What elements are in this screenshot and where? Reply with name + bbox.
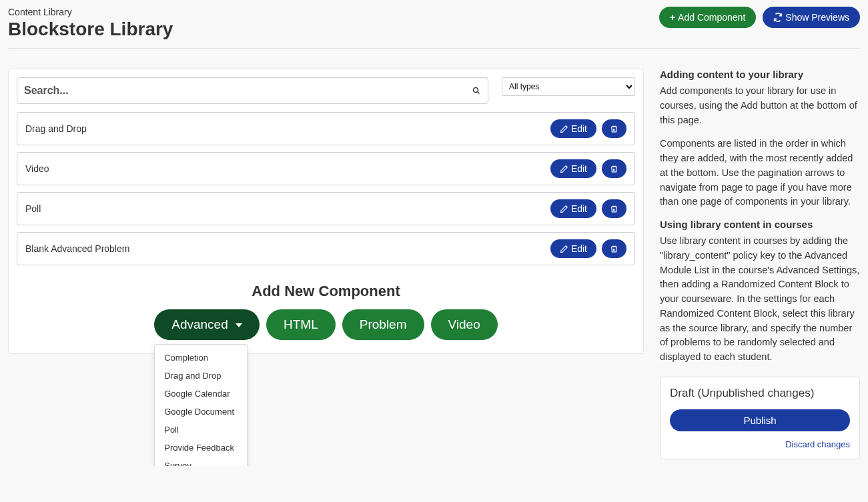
advanced-menu-item[interactable]: Survey (155, 457, 247, 466)
component-title: Video (25, 163, 49, 174)
add-component-button[interactable]: + Add Component (659, 7, 756, 28)
edit-icon (560, 205, 568, 213)
delete-button[interactable] (602, 119, 626, 138)
edit-label: Edit (571, 243, 587, 254)
help-para-2: Components are listed in the order in wh… (660, 137, 860, 209)
edit-label: Edit (571, 203, 587, 214)
trash-icon (610, 165, 618, 173)
header-eyebrow: Content Library (8, 7, 173, 17)
edit-button[interactable]: Edit (550, 239, 596, 258)
advanced-menu-item[interactable]: Google Document (155, 403, 247, 421)
delete-button[interactable] (602, 159, 626, 178)
component-row: Video Edit (17, 152, 635, 185)
edit-button[interactable]: Edit (550, 159, 596, 178)
edit-label: Edit (571, 163, 587, 174)
add-component-label: Add Component (678, 12, 745, 23)
delete-button[interactable] (602, 239, 626, 258)
help-heading-2: Using library content in courses (660, 219, 860, 230)
show-previews-label: Show Previews (785, 12, 849, 23)
trash-icon (610, 245, 618, 253)
refresh-icon (773, 13, 783, 22)
caret-down-icon (236, 323, 242, 327)
draft-panel: Draft (Unpublished changes) Publish Disc… (660, 377, 860, 459)
page-header: Content Library Blockstore Library + Add… (8, 7, 860, 49)
plus-icon: + (670, 12, 675, 23)
edit-label: Edit (571, 123, 587, 134)
type-filter-select[interactable]: All types (502, 77, 635, 96)
discard-changes-link[interactable]: Discard changes (670, 439, 850, 449)
advanced-menu-item[interactable]: Poll (155, 421, 247, 439)
help-para-1: Add components to your library for use i… (660, 84, 860, 127)
edit-icon (560, 165, 568, 173)
component-title: Poll (25, 203, 41, 214)
library-card: All types Drag and Drop Edit Video (8, 69, 644, 354)
edit-button[interactable]: Edit (550, 119, 596, 138)
component-row: Poll Edit (17, 192, 635, 225)
search-input[interactable] (17, 77, 488, 104)
delete-button[interactable] (602, 199, 626, 218)
edit-icon (560, 245, 568, 253)
help-para-3: Use library content in courses by adding… (660, 234, 860, 365)
edit-button[interactable]: Edit (550, 199, 596, 218)
advanced-menu-item[interactable]: Completion (155, 349, 247, 367)
advanced-menu-item[interactable]: Google Calendar (155, 385, 247, 403)
edit-icon (560, 125, 568, 133)
type-pill-video[interactable]: Video (431, 309, 498, 340)
publish-button[interactable]: Publish (670, 409, 850, 431)
trash-icon (610, 125, 618, 133)
component-title: Blank Advanced Problem (25, 243, 129, 254)
add-new-heading: Add New Component (17, 283, 635, 300)
component-title: Drag and Drop (25, 123, 87, 134)
draft-title: Draft (Unpublished changes) (670, 387, 850, 400)
advanced-menu-item[interactable]: Drag and Drop (155, 367, 247, 385)
trash-icon (610, 205, 618, 213)
help-text: Adding content to your library Add compo… (660, 69, 860, 365)
component-row: Blank Advanced Problem Edit (17, 232, 635, 265)
type-pill-advanced[interactable]: Advanced (154, 309, 260, 340)
advanced-menu-item[interactable]: Provide Feedback (155, 439, 247, 457)
component-row: Drag and Drop Edit (17, 112, 635, 145)
help-heading-1: Adding content to your library (660, 69, 860, 80)
show-previews-button[interactable]: Show Previews (763, 7, 860, 28)
type-pill-html[interactable]: HTML (266, 309, 336, 340)
advanced-dropdown: CompletionDrag and DropGoogle CalendarGo… (154, 344, 248, 466)
type-pill-problem[interactable]: Problem (342, 309, 424, 340)
page-title: Blockstore Library (8, 19, 173, 40)
